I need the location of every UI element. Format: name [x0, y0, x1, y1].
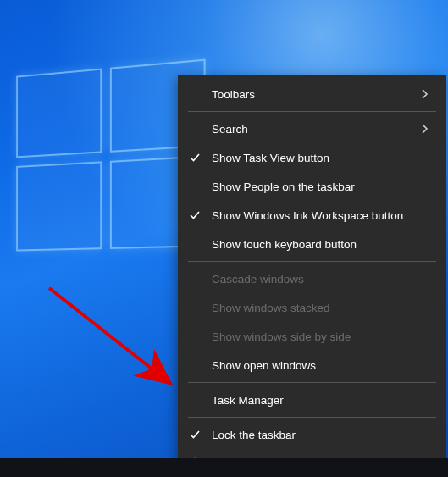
menu-item-show-people[interactable]: Show People on the taskbar — [178, 172, 446, 201]
chevron-right-icon — [418, 124, 433, 134]
menu-item-label: Show Windows Ink Workspace button — [212, 209, 433, 222]
check-icon — [178, 152, 212, 164]
windows-desktop[interactable]: Toolbars Search Show Task View button Sh… — [0, 0, 448, 477]
menu-item-label: Show windows stacked — [212, 302, 433, 314]
taskbar-context-menu: Toolbars Search Show Task View button Sh… — [178, 75, 446, 477]
annotation-arrow — [41, 280, 193, 407]
menu-item-task-manager[interactable]: Task Manager — [178, 385, 446, 414]
menu-separator — [188, 382, 436, 383]
menu-item-search[interactable]: Search — [178, 114, 446, 143]
menu-item-label: Show People on the taskbar — [212, 180, 433, 193]
menu-item-show-ink-workspace[interactable]: Show Windows Ink Workspace button — [178, 201, 446, 230]
menu-item-show-task-view[interactable]: Show Task View button — [178, 143, 446, 172]
taskbar[interactable] — [0, 458, 448, 477]
check-icon — [178, 429, 212, 441]
menu-item-side-by-side: Show windows side by side — [178, 322, 446, 351]
chevron-right-icon — [418, 89, 433, 99]
menu-item-label: Toolbars — [212, 88, 418, 101]
menu-item-show-touch-keyboard[interactable]: Show touch keyboard button — [178, 230, 446, 258]
menu-separator — [188, 417, 436, 418]
menu-item-stacked-windows: Show windows stacked — [178, 293, 446, 322]
menu-item-label: Show open windows — [212, 359, 433, 372]
svg-line-0 — [49, 288, 168, 381]
menu-item-lock-taskbar[interactable]: Lock the taskbar — [178, 420, 446, 449]
menu-item-label: Lock the taskbar — [212, 429, 433, 441]
menu-item-label: Task Manager — [212, 394, 433, 407]
menu-item-label: Cascade windows — [212, 273, 433, 286]
menu-separator — [188, 261, 436, 262]
menu-item-cascade-windows: Cascade windows — [178, 264, 446, 293]
menu-item-toolbars[interactable]: Toolbars — [178, 80, 446, 108]
menu-item-label: Show touch keyboard button — [212, 238, 433, 251]
check-icon — [178, 209, 212, 221]
menu-item-show-open-windows[interactable]: Show open windows — [178, 351, 446, 380]
menu-item-label: Show Task View button — [212, 152, 433, 164]
menu-item-label: Search — [212, 123, 418, 136]
menu-separator — [188, 111, 436, 112]
menu-item-label: Show windows side by side — [212, 330, 433, 343]
